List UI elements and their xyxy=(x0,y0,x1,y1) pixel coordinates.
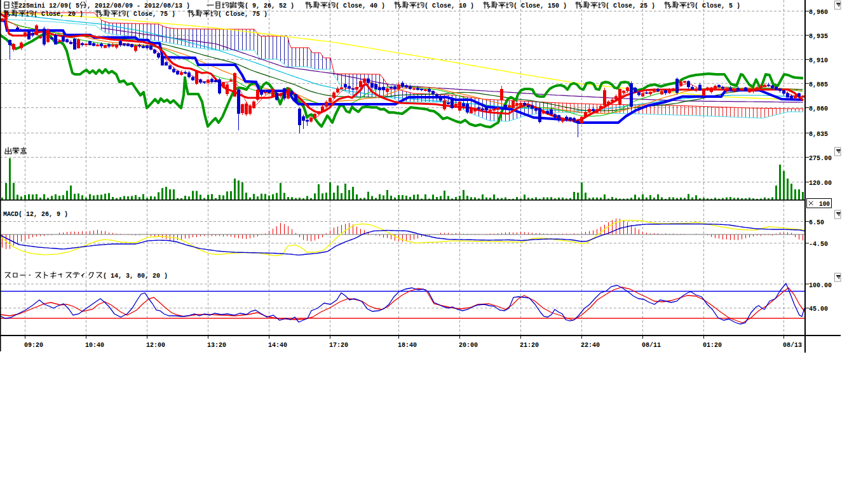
svg-text:, 2012/08/09 - 2012/08/13 ): , 2012/08/09 - 2012/08/13 ) xyxy=(87,2,190,10)
svg-text:6.50: 6.50 xyxy=(809,219,824,226)
svg-text:17:20: 17:20 xyxy=(329,341,348,349)
svg-text:8,910: 8,910 xyxy=(809,57,828,64)
svg-text:8,960: 8,960 xyxy=(809,8,828,16)
svg-text:( Close, 150 ): ( Close, 150 ) xyxy=(513,2,567,10)
svg-text:13:20: 13:20 xyxy=(207,341,226,349)
svg-text:( Close, 40 ): ( Close, 40 ) xyxy=(336,2,385,10)
svg-text:( Close, 25 ): ( Close, 25 ) xyxy=(606,2,655,10)
svg-text:18:40: 18:40 xyxy=(398,341,417,349)
svg-text:( Close, 20 ): ( Close, 20 ) xyxy=(34,10,83,18)
svg-text:( 14, 3, 80, 20 ): ( 14, 3, 80, 20 ) xyxy=(103,272,168,280)
svg-text:100: 100 xyxy=(819,200,830,208)
svg-text:01:20: 01:20 xyxy=(703,341,722,349)
svg-text:( Close, 10 ): ( Close, 10 ) xyxy=(424,2,474,10)
svg-text:225mini 12/09( 5: 225mini 12/09( 5 xyxy=(18,2,79,10)
svg-text:( Close, 5 ): ( Close, 5 ) xyxy=(695,2,740,10)
svg-text:8,835: 8,835 xyxy=(809,130,828,138)
svg-text:08/13: 08/13 xyxy=(783,341,802,349)
svg-text:8,885: 8,885 xyxy=(809,81,828,88)
svg-text:21:20: 21:20 xyxy=(520,341,539,349)
svg-text:( 9, 26, 52 ): ( 9, 26, 52 ) xyxy=(245,2,294,10)
svg-text:( Close, 75 ): ( Close, 75 ) xyxy=(126,10,175,18)
svg-text:8,860: 8,860 xyxy=(809,105,828,112)
svg-text:120.00: 120.00 xyxy=(809,179,832,187)
svg-text:09:20: 09:20 xyxy=(24,341,43,349)
svg-text:8,935: 8,935 xyxy=(809,32,828,40)
svg-text:14:40: 14:40 xyxy=(268,341,287,349)
svg-text:10:40: 10:40 xyxy=(85,341,104,349)
svg-text:20:00: 20:00 xyxy=(459,341,478,349)
svg-text:22:40: 22:40 xyxy=(581,341,600,349)
svg-text:-4.50: -4.50 xyxy=(809,240,828,248)
svg-text:( Close, 75 ): ( Close, 75 ) xyxy=(218,10,268,18)
svg-text:12:00: 12:00 xyxy=(146,341,165,349)
svg-text:08/11: 08/11 xyxy=(642,341,661,349)
svg-text:275.00: 275.00 xyxy=(809,154,832,162)
svg-text:100.00: 100.00 xyxy=(809,281,832,289)
svg-text:45.00: 45.00 xyxy=(809,305,828,313)
svg-text:MACD( 12, 26, 9 ): MACD( 12, 26, 9 ) xyxy=(3,210,68,218)
